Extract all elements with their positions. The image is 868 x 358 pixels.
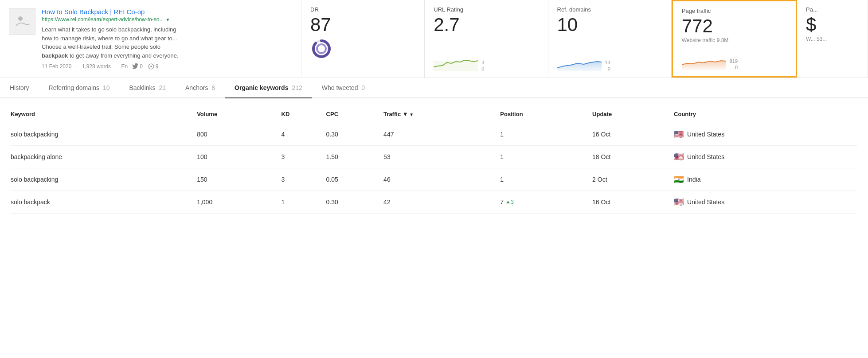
cell-keyword: solo backpacking [11,168,197,191]
cell-keyword: backpacking alone [11,146,197,168]
page-traffic-label: Page traffic [682,8,787,14]
cell-position: 1 [500,168,592,191]
cell-volume: 150 [197,168,281,191]
top-section: How to Solo Backpack | REI Co-op https:/… [0,0,868,78]
meta-lang: En [121,63,128,70]
url-rating-chart-row: 3 0 [434,54,539,71]
cell-traffic: 42 [383,191,500,214]
svg-point-6 [317,44,326,53]
svg-point-3 [150,66,152,67]
url-rating-value: 2.7 [434,15,539,35]
meta-social: 0 9 [132,63,158,70]
cell-kd: 4 [282,123,326,146]
partial-value: $ [806,15,859,35]
page-details: How to Solo Backpack | REI Co-op https:/… [42,8,292,70]
cell-volume: 100 [197,146,281,168]
url-rating-label: URL Rating [434,6,539,13]
table-row: solo backpacking 150 3 0.05 46 1 2 Oct 🇮… [11,168,857,191]
tab-anchors[interactable]: Anchors 8 [176,78,225,98]
cell-kd: 1 [282,191,326,214]
page-snippet: Learn what it takes to go solo backpacki… [42,25,292,60]
cell-update: 2 Oct [592,168,674,191]
keywords-table: Keyword Volume KD CPC Traffic ▼ Position… [11,107,857,214]
page-meta: 11 Feb 2020 · 1,928 words · En 0 9 [42,63,292,70]
cell-country: 🇺🇸United States [674,123,857,146]
col-cpc: CPC [326,107,384,123]
cell-cpc: 0.30 [326,123,384,146]
cell-update: 16 Oct [592,123,674,146]
meta-words: 1,928 words [82,63,111,70]
page-traffic-sub: Website traffic 9.8M [682,37,787,43]
col-country: Country [674,107,857,123]
dr-donut-chart [310,38,332,60]
url-rating-numbers: 3 0 [481,60,484,71]
dr-label: DR [310,6,415,13]
table-body: solo backpacking 800 4 0.30 447 1 16 Oct… [11,123,857,214]
cell-volume: 1,000 [197,191,281,214]
page-url: https://www.rei.com/learn/expert-advice/… [42,16,164,23]
cell-volume: 800 [197,123,281,146]
page-title-link[interactable]: How to Solo Backpack | REI Co-op [42,8,292,16]
partial-card: Pa... $ W... $3... [797,0,868,78]
cell-cpc: 1.50 [326,146,384,168]
dr-card: DR 87 [301,0,425,78]
dr-chart [310,38,415,60]
metrics-section: DR 87 URL Rating 2.7 3 0 [301,0,868,78]
col-traffic[interactable]: Traffic ▼ [383,107,500,123]
svg-rect-0 [14,13,30,29]
cell-update: 18 Oct [592,146,674,168]
cell-position: 1 [500,146,592,168]
page-traffic-chart-row: 819 0 [682,52,787,70]
cell-keyword: solo backpack [11,191,197,214]
tab-history[interactable]: History [0,78,39,98]
cell-country: 🇺🇸United States [674,146,857,168]
snippet-bold: backpack [42,52,68,59]
partial-sub: W... $3... [806,36,859,42]
table-header: Keyword Volume KD CPC Traffic ▼ Position… [11,107,857,123]
page-traffic-chart [682,52,726,70]
cell-position: 73 [500,191,592,214]
tab-organic-keywords[interactable]: Organic keywords 212 [225,78,312,98]
col-keyword: Keyword [11,107,197,123]
svg-rect-7 [434,61,478,71]
table-section: Keyword Volume KD CPC Traffic ▼ Position… [0,98,868,222]
cell-kd: 3 [282,168,326,191]
page-traffic-numbers: 819 0 [730,58,738,70]
twitter-count: 0 [140,63,143,70]
meta-date: 11 Feb 2020 [42,63,71,70]
tab-who-tweeted[interactable]: Who tweeted 0 [312,78,375,98]
col-kd: KD [282,107,326,123]
ref-domains-chart [557,54,602,71]
page-url-row: https://www.rei.com/learn/expert-advice/… [42,16,292,23]
tab-backlinks[interactable]: Backlinks 21 [119,78,176,98]
tabs-section: HistoryReferring domains 10Backlinks 21A… [0,78,868,98]
partial-label: Pa... [806,6,859,13]
ref-domains-numbers: 13 0 [605,60,610,71]
dr-value: 87 [310,15,415,35]
tab-referring-domains[interactable]: Referring domains 10 [39,78,120,98]
cell-cpc: 0.05 [326,168,384,191]
page-traffic-card: Page traffic 772 Website traffic 9.8M 81… [672,0,797,78]
cell-country: 🇺🇸United States [674,191,857,214]
dropdown-arrow-icon[interactable]: ▼ [165,17,170,22]
svg-point-1 [18,16,23,21]
table-row: solo backpacking 800 4 0.30 447 1 16 Oct… [11,123,857,146]
cell-cpc: 0.30 [326,191,384,214]
pinterest-count: 9 [156,63,159,70]
url-rating-card: URL Rating 2.7 3 0 [425,0,548,78]
cell-keyword: solo backpacking [11,123,197,146]
url-rating-chart [434,54,478,71]
svg-point-5 [313,41,329,57]
page-info-card: How to Solo Backpack | REI Co-op https:/… [0,0,301,78]
col-update: Update [592,107,674,123]
page-thumbnail [9,8,35,35]
page-traffic-value: 772 [682,16,787,36]
cell-position: 1 [500,123,592,146]
col-volume: Volume [197,107,281,123]
cell-traffic: 46 [383,168,500,191]
table-row: backpacking alone 100 3 1.50 53 1 18 Oct… [11,146,857,168]
cell-traffic: 53 [383,146,500,168]
ref-domains-value: 10 [557,15,662,35]
table-row: solo backpack 1,000 1 0.30 42 73 16 Oct … [11,191,857,214]
svg-marker-8 [557,62,602,71]
